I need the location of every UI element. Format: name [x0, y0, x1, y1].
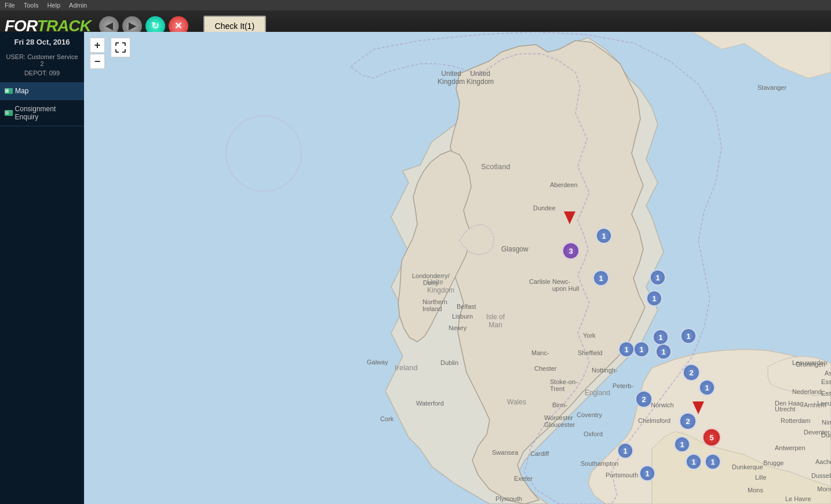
cluster-southampton1[interactable]: 1 — [686, 454, 702, 470]
cluster-york2[interactable]: 1 — [680, 328, 697, 344]
cluster-cardiff[interactable]: 1 — [617, 443, 633, 459]
map-container: UnitedKingdom UnitedKingdom Scotland Abe… — [84, 32, 831, 504]
sidebar-item-map[interactable]: ▦ Map — [0, 82, 84, 100]
sidebar-map-label: Map — [15, 87, 28, 95]
cluster-southampton2[interactable]: 1 — [705, 454, 721, 470]
cluster-oxford[interactable]: 2 — [679, 412, 697, 430]
cluster-london1[interactable]: 1 — [674, 436, 690, 452]
zoom-in-button[interactable]: + — [90, 38, 105, 53]
cluster-birmingham[interactable]: 2 — [635, 390, 653, 408]
cluster-newcastle2[interactable]: 1 — [646, 290, 662, 306]
sidebar-item-consignment[interactable]: ▦ Consignment Enquiry — [0, 100, 84, 126]
pin-scotland[interactable] — [564, 211, 575, 224]
cluster-edinburgh[interactable]: 1 — [596, 228, 612, 244]
cluster-york1[interactable]: 1 — [653, 329, 669, 345]
map-controls: + − — [90, 38, 105, 69]
cluster-sheffield[interactable]: 1 — [655, 344, 672, 360]
cluster-london-large[interactable]: 5 — [702, 428, 721, 447]
menu-admin[interactable]: Admin — [69, 2, 87, 9]
zoom-out-button[interactable]: − — [90, 54, 105, 69]
cluster-carlisle[interactable]: 1 — [593, 270, 609, 286]
pin-london[interactable] — [692, 401, 704, 414]
menu-help[interactable]: Help — [47, 2, 60, 9]
sidebar-user: USER: Customer Service 2 — [0, 52, 84, 68]
cluster-newcastle1[interactable]: 1 — [650, 269, 666, 286]
consignment-icon: ▦ — [5, 110, 13, 116]
cluster-exeter[interactable]: 1 — [639, 465, 655, 481]
sidebar: Fri 28 Oct, 2016 USER: Customer Service … — [0, 32, 84, 504]
menubar: File Tools Help Admin — [0, 0, 831, 10]
menu-tools[interactable]: Tools — [24, 2, 39, 9]
map-icon: ▦ — [5, 88, 13, 94]
menu-file[interactable]: File — [5, 2, 15, 9]
sidebar-depot: DEPOT: 099 — [0, 68, 84, 82]
cluster-glasgow[interactable]: 3 — [562, 242, 579, 260]
sidebar-date: Fri 28 Oct, 2016 — [0, 32, 84, 52]
cluster-manchester2[interactable]: 1 — [633, 341, 650, 357]
cluster-peterborough[interactable]: 1 — [699, 379, 715, 396]
cluster-manchester1[interactable]: 1 — [618, 341, 635, 357]
sidebar-consignment-label: Consignment Enquiry — [15, 105, 79, 121]
fullscreen-icon — [115, 42, 126, 53]
fullscreen-button[interactable] — [111, 38, 130, 57]
cluster-nottingham[interactable]: 2 — [683, 364, 700, 381]
